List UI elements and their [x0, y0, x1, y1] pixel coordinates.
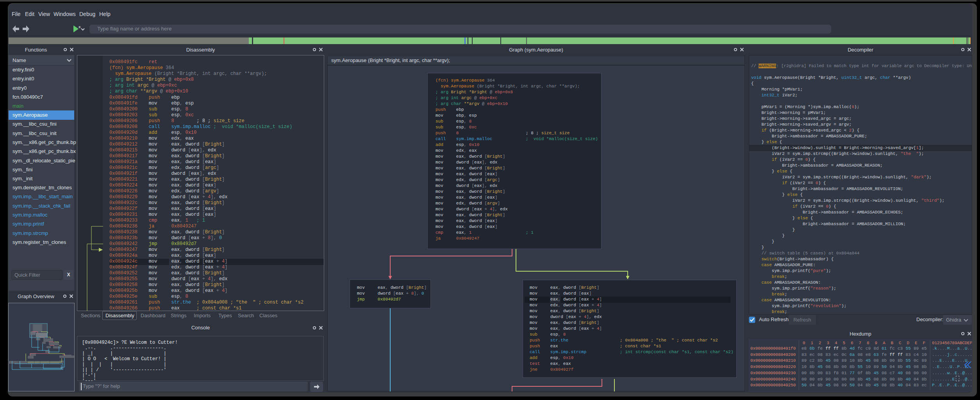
svg-text:E: E — [79, 25, 81, 29]
